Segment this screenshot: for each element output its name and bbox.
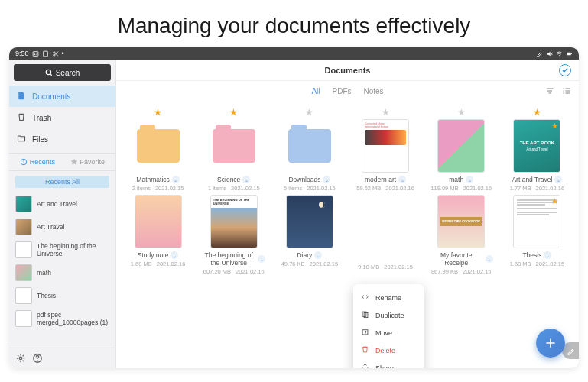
grid-item[interactable]: ★Thesis⌄1.68 MB2021.02.15 <box>500 195 574 275</box>
grid-item[interactable]: ★math⌄119.09 MB2021.02.16 <box>424 107 499 192</box>
recent-label: Art Travel <box>37 223 64 231</box>
star-icon[interactable]: ★ <box>457 107 466 118</box>
item-meta: 1.68 MB2021.02.15 <box>510 261 564 267</box>
svg-rect-6 <box>571 53 572 53</box>
chevron-down-icon[interactable]: ⌄ <box>398 176 406 183</box>
grid-item[interactable]: ★Downloads⌄5 items2021.02.15 <box>272 107 346 192</box>
nav-item-trash[interactable]: Trash <box>9 107 115 128</box>
star-icon[interactable]: ★ <box>382 107 390 118</box>
item-meta: 119.09 MB2021.02.16 <box>430 185 492 192</box>
search-button[interactable]: Search <box>14 64 111 81</box>
folder-icon <box>17 134 26 144</box>
recent-label: The beginning of the Universe <box>37 242 109 257</box>
wifi-icon <box>556 50 563 57</box>
recent-item[interactable]: The beginning of the Universe <box>9 238 115 261</box>
chevron-down-icon[interactable]: ⌄ <box>554 176 562 183</box>
favorite-tag[interactable]: Favorite <box>70 158 106 166</box>
grid-item[interactable]: ★Mathmatics⌄2 items2021.02.15 <box>121 107 195 192</box>
recents-all-button[interactable]: Recents All <box>15 176 109 188</box>
main-header: Documents <box>116 60 579 81</box>
svg-rect-2 <box>43 51 47 57</box>
status-bar: 9:50 • <box>9 47 579 60</box>
star-icon[interactable]: ★ <box>305 107 313 118</box>
grid-item[interactable]: MY RECCIPE COOKBOOKMy favorite Receipe⌄8… <box>424 195 499 275</box>
grid-item[interactable]: Study note⌄1.68 MB2021.02.16 <box>121 195 195 275</box>
grid-item[interactable]: THE BEGINNING OF THE UNIVERSEThe beginni… <box>197 195 271 275</box>
tab-pdfs[interactable]: PDFs <box>333 87 352 96</box>
item-name: My favorite Receipe <box>430 251 483 267</box>
clock-icon <box>20 158 28 166</box>
menu-duplicate[interactable]: Duplicate <box>353 306 424 324</box>
list-view-icon[interactable] <box>562 86 571 96</box>
tab-notes[interactable]: Notes <box>364 87 384 96</box>
chevron-down-icon[interactable]: ⌄ <box>258 255 265 263</box>
image-icon <box>32 50 39 57</box>
favorite-label: Favorite <box>80 158 106 166</box>
recents-tag[interactable]: Recents <box>20 158 55 166</box>
item-name: Downloads <box>288 176 320 183</box>
menu-share[interactable]: Share <box>353 359 424 368</box>
page-title: Documents <box>325 66 371 75</box>
item-meta: 59.52 MB2021.02.16 <box>356 185 414 192</box>
select-mode-button[interactable] <box>559 64 571 76</box>
folder-thumb <box>210 119 258 173</box>
svg-point-7 <box>46 70 50 74</box>
chevron-down-icon[interactable]: ⌄ <box>323 176 330 183</box>
recent-thumb <box>15 310 32 327</box>
help-icon[interactable] <box>32 353 43 364</box>
trash-icon <box>17 112 26 123</box>
recent-item[interactable]: Art and Travel <box>9 193 115 215</box>
nav-label: Files <box>32 135 48 144</box>
menu-move[interactable]: Move <box>353 324 424 342</box>
menu-delete[interactable]: Delete <box>353 342 424 359</box>
sidebar-footer <box>9 348 115 368</box>
search-label: Search <box>56 69 80 77</box>
gear-icon[interactable] <box>15 353 26 364</box>
recent-item[interactable]: pdf spec merged_10000pages (1) <box>9 307 115 330</box>
item-name: Art and Travel <box>512 176 552 183</box>
grid-item[interactable]: ★Contacted showslistening and lecturemod… <box>348 107 422 192</box>
nav-item-documents[interactable]: Documents <box>9 86 115 107</box>
context-menu: RenameDuplicateMoveDeleteShare <box>353 284 424 368</box>
main-panel: Documents AllPDFsNotes ★Mathmatics⌄2 ite… <box>116 60 579 368</box>
svg-rect-0 <box>33 51 38 56</box>
svg-point-1 <box>34 53 34 53</box>
share-icon <box>361 363 369 368</box>
grid-item[interactable]: ★THE ART BOOKArt and Travel★Art and Trav… <box>500 107 574 192</box>
item-name: modern art <box>365 176 396 183</box>
menu-label: Move <box>375 329 392 337</box>
menu-label: Delete <box>375 347 395 354</box>
grid-item[interactable]: 9.18 MB2021.02.15 <box>348 195 422 275</box>
grid-item[interactable]: Diary⌄49.76 KB2021.02.15 <box>272 195 346 275</box>
recent-item[interactable]: Art Travel <box>9 215 115 238</box>
recents-label: Recents <box>30 158 55 166</box>
chevron-down-icon[interactable]: ⌄ <box>171 251 178 259</box>
tags-row: Recents Favorite <box>9 153 115 171</box>
doc-thumb <box>437 119 485 173</box>
chevron-down-icon[interactable]: ⌄ <box>466 176 473 183</box>
chevron-down-icon[interactable]: ⌄ <box>486 255 493 263</box>
battery-icon <box>566 50 573 57</box>
sort-icon[interactable] <box>545 86 554 96</box>
tab-all[interactable]: All <box>311 87 320 96</box>
search-icon <box>45 69 53 76</box>
recent-item[interactable]: math <box>9 261 115 284</box>
star-icon[interactable]: ★ <box>229 107 238 118</box>
nav-item-files[interactable]: Files <box>9 128 115 150</box>
fab-add-button[interactable] <box>536 329 565 358</box>
item-meta: 1.77 MB2021.02.16 <box>510 185 564 192</box>
folder-thumb <box>286 119 333 173</box>
chevron-down-icon[interactable]: ⌄ <box>314 251 322 259</box>
menu-label: Duplicate <box>375 312 404 319</box>
menu-rename[interactable]: Rename <box>353 289 424 306</box>
recent-label: Thesis <box>37 292 56 299</box>
star-icon[interactable]: ★ <box>154 107 162 118</box>
chevron-down-icon[interactable]: ⌄ <box>172 176 180 183</box>
star-icon[interactable]: ★ <box>533 107 541 118</box>
grid-item[interactable]: ★Science⌄1 items2021.02.15 <box>197 107 271 192</box>
recent-item[interactable]: Thesis <box>9 284 115 307</box>
chevron-down-icon[interactable]: ⌄ <box>544 251 551 259</box>
chevron-down-icon[interactable]: ⌄ <box>242 176 250 183</box>
svg-rect-5 <box>567 52 571 54</box>
recent-label: pdf spec merged_10000pages (1) <box>37 311 109 326</box>
